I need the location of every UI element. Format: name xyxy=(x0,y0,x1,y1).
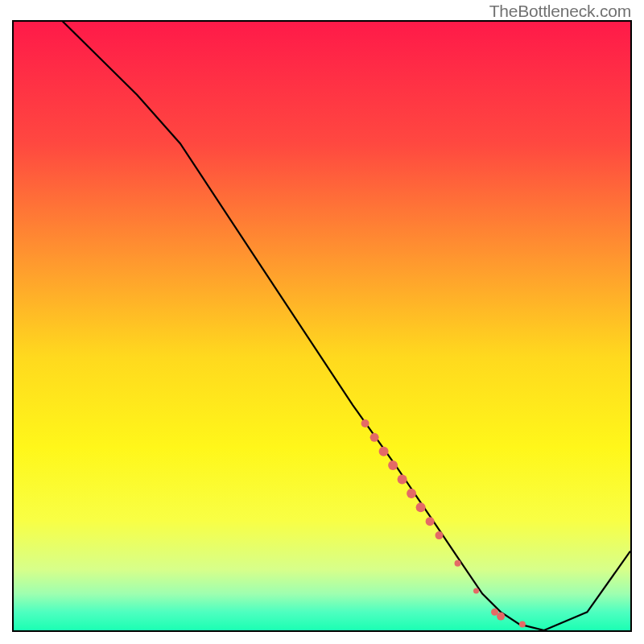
marker-dot xyxy=(379,447,389,456)
marker-dot xyxy=(361,419,369,427)
watermark-text: TheBottleneck.com xyxy=(489,2,631,21)
marker-dot xyxy=(426,517,435,526)
gradient-background xyxy=(14,22,630,630)
chart-svg xyxy=(14,22,630,630)
marker-dot xyxy=(473,588,479,593)
marker-dot xyxy=(455,560,461,567)
marker-dot xyxy=(370,433,379,442)
marker-dot xyxy=(407,489,416,498)
marker-dot xyxy=(398,475,407,485)
marker-dot xyxy=(436,531,444,539)
chart-frame: TheBottleneck.com xyxy=(0,0,644,644)
marker-dot xyxy=(497,613,505,621)
plot-area xyxy=(12,20,632,632)
marker-dot xyxy=(416,502,426,512)
marker-dot xyxy=(388,460,398,470)
marker-dot xyxy=(519,621,526,627)
